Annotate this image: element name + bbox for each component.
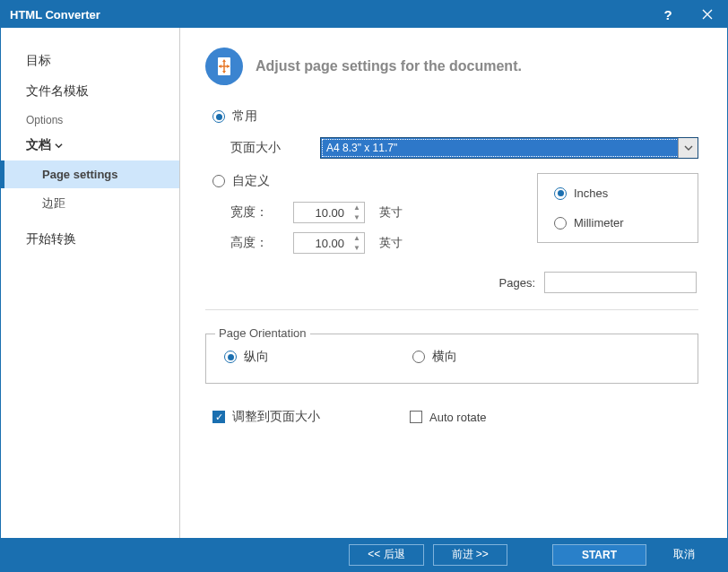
- width-input[interactable]: 10.00 ▲▼: [293, 202, 365, 223]
- unit-mm-row: Millimeter: [554, 216, 681, 230]
- sidebar-sub-page-settings[interactable]: Page settings: [1, 160, 179, 188]
- content-pane: Adjust page settings for the document. 常…: [180, 28, 727, 538]
- page-size-row: 页面大小 A4 8.3" x 11.7": [212, 137, 698, 159]
- unit-group: Inches Millimeter: [537, 173, 698, 243]
- pages-row: Pages:: [205, 272, 698, 293]
- footer: << 后退 前进 >> START 取消: [1, 538, 727, 571]
- cancel-button[interactable]: 取消: [655, 544, 713, 566]
- app-window: HTML Converter ? 目标 文件名模板 Options 文档 Pag…: [0, 0, 728, 572]
- radio-portrait[interactable]: [224, 351, 237, 363]
- pages-label: Pages:: [499, 276, 535, 290]
- chevron-down-icon: [678, 138, 698, 158]
- autorotate-label: Auto rotate: [429, 411, 487, 424]
- autorotate-row: Auto rotate: [410, 409, 487, 425]
- height-spinner[interactable]: ▲▼: [350, 233, 364, 253]
- radio-landscape-label: 横向: [432, 349, 457, 365]
- height-unit: 英寸: [379, 235, 403, 251]
- width-label: 宽度：: [212, 204, 293, 221]
- forward-button[interactable]: 前进 >>: [433, 544, 507, 566]
- sidebar-sub-margins[interactable]: 边距: [1, 188, 179, 219]
- start-button[interactable]: START: [552, 544, 646, 566]
- page-size-label: 页面大小: [212, 140, 320, 156]
- radio-custom[interactable]: [212, 175, 225, 187]
- radio-portrait-label: 纵向: [244, 349, 269, 365]
- radio-custom-label: 自定义: [232, 173, 270, 189]
- height-label: 高度：: [212, 235, 293, 251]
- bottom-options: ✓ 调整到页面大小 Auto rotate: [212, 409, 698, 425]
- width-spinner[interactable]: ▲▼: [350, 203, 364, 222]
- radio-inches[interactable]: [554, 187, 567, 200]
- width-unit: 英寸: [379, 204, 403, 221]
- height-input[interactable]: 10.00 ▲▼: [293, 232, 365, 254]
- orientation-group: Page Orientation 纵向 横向: [205, 334, 698, 384]
- page-settings-icon: [205, 48, 243, 85]
- back-button[interactable]: << 后退: [349, 544, 423, 566]
- radio-common-label: 常用: [232, 108, 257, 125]
- page-size-dropdown[interactable]: A4 8.3" x 11.7": [320, 137, 698, 159]
- window-title: HTML Converter: [10, 8, 648, 22]
- orientation-title: Page Orientation: [215, 326, 310, 340]
- body: 目标 文件名模板 Options 文档 Page settings 边距 开始转…: [1, 28, 727, 538]
- landscape-row: 横向: [412, 349, 457, 365]
- fit-label: 调整到页面大小: [232, 409, 320, 425]
- close-icon: [702, 9, 713, 20]
- fit-row: ✓ 调整到页面大小: [212, 409, 320, 425]
- radio-inches-label: Inches: [574, 186, 608, 200]
- radio-landscape[interactable]: [412, 351, 425, 363]
- width-value: 10.00: [294, 206, 348, 220]
- titlebar: HTML Converter ?: [1, 1, 727, 28]
- sidebar-item-filename-template[interactable]: 文件名模板: [1, 76, 179, 107]
- size-custom-row: 自定义: [212, 173, 501, 189]
- checkbox-fit-to-page[interactable]: ✓: [212, 411, 225, 423]
- pages-input[interactable]: [544, 272, 697, 293]
- content-header: Adjust page settings for the document.: [205, 48, 698, 85]
- height-row: 高度： 10.00 ▲▼ 英寸: [212, 232, 501, 254]
- radio-mm-label: Millimeter: [574, 216, 624, 230]
- unit-inches-row: Inches: [554, 186, 681, 200]
- portrait-row: 纵向: [224, 349, 269, 365]
- radio-mm[interactable]: [554, 217, 567, 230]
- content-header-text: Adjust page settings for the document.: [256, 58, 522, 74]
- sidebar: 目标 文件名模板 Options 文档 Page settings 边距 开始转…: [1, 28, 180, 538]
- help-button[interactable]: ?: [648, 1, 688, 28]
- page-size-value: A4 8.3" x 11.7": [326, 142, 397, 154]
- close-button[interactable]: [688, 1, 727, 28]
- sidebar-item-document[interactable]: 文档: [1, 130, 179, 160]
- size-common-row: 常用: [212, 108, 698, 125]
- separator: [205, 309, 698, 310]
- chevron-down-icon: [55, 142, 63, 150]
- sidebar-item-target[interactable]: 目标: [1, 46, 179, 76]
- checkbox-auto-rotate[interactable]: [410, 411, 422, 423]
- sidebar-item-label: 文档: [26, 137, 51, 153]
- radio-common[interactable]: [212, 110, 225, 123]
- width-row: 宽度： 10.00 ▲▼ 英寸: [212, 202, 501, 223]
- height-value: 10.00: [294, 237, 348, 250]
- sidebar-item-start-convert[interactable]: 开始转换: [1, 224, 179, 255]
- sidebar-options-label: Options: [1, 107, 179, 130]
